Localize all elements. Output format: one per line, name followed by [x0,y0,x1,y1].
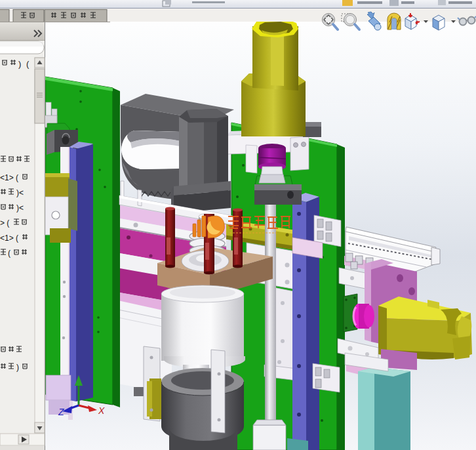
svg-text:<1> (: <1> ( [0,234,18,243]
svg-text:): ) [16,363,19,372]
svg-text:X: X [98,405,105,416]
svg-text:Z: Z [58,407,64,417]
svg-text:> (: > ( [0,218,9,228]
svg-text:)<: )< [16,203,24,213]
svg-text:<1> (: <1> ( [0,173,18,182]
svg-text:(: ( [26,59,30,69]
svg-text:): ) [18,59,21,69]
svg-text:)<: )< [16,188,24,197]
svg-text:(: ( [8,249,10,258]
